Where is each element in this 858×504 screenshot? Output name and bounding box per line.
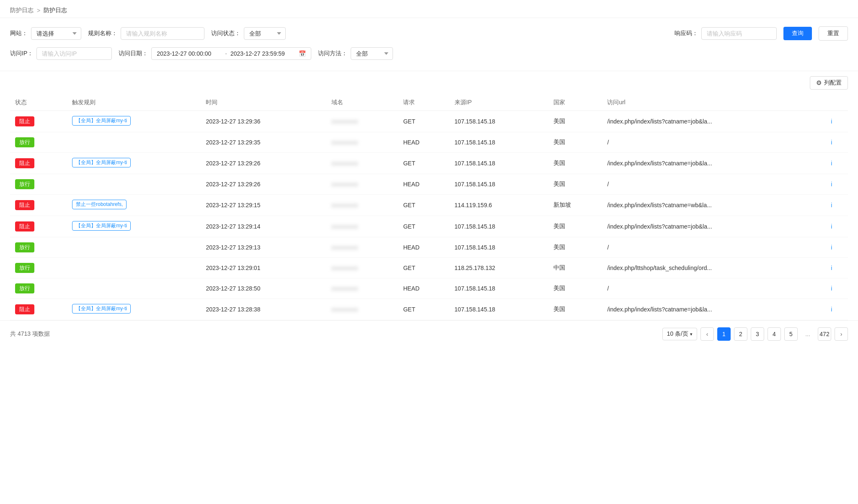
detail-icon[interactable]: i <box>831 202 832 208</box>
date-end-input[interactable] <box>230 50 295 57</box>
status-badge: 阻止 <box>15 158 34 168</box>
status-badge: 放行 <box>15 242 34 252</box>
filter-access-ip: 访问IP： <box>10 47 112 60</box>
cell-country: 新加坡 <box>548 195 602 216</box>
col-domain: 域名 <box>326 95 398 111</box>
cell-rule <box>67 237 201 258</box>
cell-domain: xxxxxxxx <box>326 132 398 153</box>
rule-tag[interactable]: 【全局】全局屏蔽my-ti <box>72 221 131 231</box>
access-ip-input[interactable] <box>36 47 112 60</box>
chevron-down-icon: ▾ <box>690 332 693 337</box>
rule-tag[interactable]: 【全局】全局屏蔽my-ti <box>72 158 131 167</box>
rule-tag[interactable]: 【全局】全局屏蔽my-ti <box>72 116 131 126</box>
reset-button[interactable]: 重置 <box>819 26 848 41</box>
next-page-button[interactable]: › <box>835 327 848 341</box>
cell-domain: xxxxxxxx <box>326 153 398 174</box>
filter-access-date: 访问日期： - 📅 <box>119 47 311 60</box>
cell-time: 2023-12-27 13:29:26 <box>201 174 326 195</box>
pagination-area: 共 4713 项数据 10 条/页 ▾ ‹ 1 2 3 4 5 ... 472 … <box>0 320 858 347</box>
date-start-input[interactable] <box>157 50 222 57</box>
col-config-button[interactable]: ⚙ 列配置 <box>810 76 848 90</box>
page-5-button[interactable]: 5 <box>784 327 798 341</box>
breadcrumb-separator: > <box>37 7 40 14</box>
cell-rule <box>67 132 201 153</box>
cell-detail[interactable]: i <box>826 195 848 216</box>
cell-source-ip: 107.158.145.18 <box>450 216 548 237</box>
page-size-selector[interactable]: 10 条/页 ▾ <box>662 328 697 340</box>
cell-status: 放行 <box>10 132 67 153</box>
detail-icon[interactable]: i <box>831 181 832 188</box>
table-row: 放行 2023-12-27 13:29:26 xxxxxxxx HEAD 107… <box>10 174 848 195</box>
filter-response-code: 响应码： <box>675 27 777 40</box>
status-badge: 阻止 <box>15 304 34 314</box>
response-code-input[interactable] <box>701 27 777 40</box>
page-1-button[interactable]: 1 <box>717 327 731 341</box>
detail-icon[interactable]: i <box>831 244 832 251</box>
page-2-button[interactable]: 2 <box>734 327 747 341</box>
site-select[interactable]: 请选择 <box>31 27 81 40</box>
cell-detail[interactable]: i <box>826 111 848 132</box>
breadcrumb-parent[interactable]: 防护日志 <box>10 7 34 14</box>
rule-tag[interactable]: 禁止一些robotahrefs, <box>72 200 127 209</box>
date-range-picker[interactable]: - 📅 <box>151 47 311 60</box>
table-row: 放行 2023-12-27 13:29:13 xxxxxxxx HEAD 107… <box>10 237 848 258</box>
cell-detail[interactable]: i <box>826 132 848 153</box>
cell-rule <box>67 174 201 195</box>
cell-domain: xxxxxxxx <box>326 237 398 258</box>
page-last-button[interactable]: 472 <box>818 327 831 341</box>
query-button[interactable]: 查询 <box>783 27 812 40</box>
cell-url: / <box>602 237 826 258</box>
access-method-select[interactable]: 全部 GET POST HEAD PUT DELETE <box>351 47 393 60</box>
detail-icon[interactable]: i <box>831 306 832 313</box>
rule-tag[interactable]: 【全局】全局屏蔽my-ti <box>72 304 131 314</box>
col-rule: 触发规则 <box>67 95 201 111</box>
prev-page-button[interactable]: ‹ <box>700 327 714 341</box>
site-label: 网站： <box>10 30 28 37</box>
col-time: 时间 <box>201 95 326 111</box>
cell-status: 放行 <box>10 278 67 299</box>
detail-icon[interactable]: i <box>831 160 832 167</box>
cell-time: 2023-12-27 13:29:15 <box>201 195 326 216</box>
cell-rule: 【全局】全局屏蔽my-ti <box>67 299 201 320</box>
calendar-icon[interactable]: 📅 <box>299 50 306 57</box>
filter-rule: 规则名称： <box>88 27 204 40</box>
cell-detail[interactable]: i <box>826 153 848 174</box>
detail-icon[interactable]: i <box>831 139 832 146</box>
cell-status: 阻止 <box>10 195 67 216</box>
cell-url: /index.php/index/lists?catname=job&la... <box>602 299 826 320</box>
cell-domain: xxxxxxxx <box>326 299 398 320</box>
cell-rule: 【全局】全局屏蔽my-ti <box>67 216 201 237</box>
cell-status: 阻止 <box>10 216 67 237</box>
cell-request: GET <box>398 195 449 216</box>
page-3-button[interactable]: 3 <box>751 327 764 341</box>
toolbar-area: ⚙ 列配置 <box>0 71 858 95</box>
filter-site: 网站： 请选择 <box>10 27 81 40</box>
detail-icon[interactable]: i <box>831 118 832 125</box>
access-ip-label: 访问IP： <box>10 50 33 57</box>
access-status-select[interactable]: 全部 阻止 放行 <box>244 27 286 40</box>
date-range-separator: - <box>225 50 227 57</box>
cell-source-ip: 107.158.145.18 <box>450 111 548 132</box>
cell-detail[interactable]: i <box>826 216 848 237</box>
cell-detail[interactable]: i <box>826 258 848 278</box>
cell-time: 2023-12-27 13:29:26 <box>201 153 326 174</box>
page-4-button[interactable]: 4 <box>768 327 781 341</box>
detail-icon[interactable]: i <box>831 223 832 230</box>
filter-access-status: 访问状态： 全部 阻止 放行 <box>211 27 286 40</box>
cell-rule <box>67 258 201 278</box>
cell-detail[interactable]: i <box>826 278 848 299</box>
col-status: 状态 <box>10 95 67 111</box>
cell-source-ip: 118.25.178.132 <box>450 258 548 278</box>
cell-detail[interactable]: i <box>826 174 848 195</box>
cell-detail[interactable]: i <box>826 237 848 258</box>
cell-country: 美国 <box>548 278 602 299</box>
access-date-label: 访问日期： <box>119 50 148 57</box>
status-badge: 放行 <box>15 137 34 147</box>
page-size-label: 10 条/页 <box>667 330 688 338</box>
detail-icon[interactable]: i <box>831 285 832 292</box>
detail-icon[interactable]: i <box>831 265 832 271</box>
cell-detail[interactable]: i <box>826 299 848 320</box>
cell-time: 2023-12-27 13:29:14 <box>201 216 326 237</box>
rule-input[interactable] <box>121 27 204 40</box>
col-country: 国家 <box>548 95 602 111</box>
